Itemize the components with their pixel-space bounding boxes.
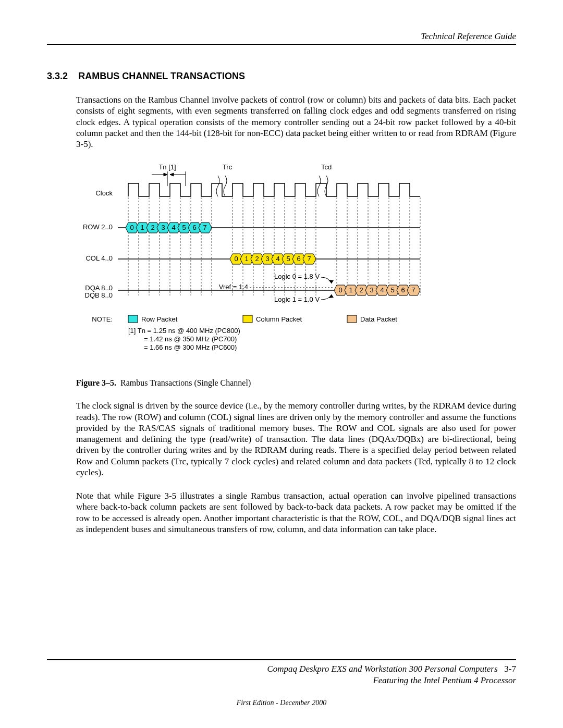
paragraph-3: Note that while Figure 3-5 illustrates a… [76,490,516,535]
svg-text:3: 3 [370,286,373,294]
svg-text:3: 3 [161,224,165,231]
section-number: 3.3.2 [47,71,76,82]
svg-marker-2 [164,173,167,176]
page-number: 3-7 [504,664,516,674]
legend-col-swatch [243,315,252,323]
footer-text: Compaq Deskpro EXS and Workstation 300 P… [47,663,516,686]
footer-line1: Compaq Deskpro EXS and Workstation 300 P… [267,664,497,674]
page-header: Technical Reference Guide [47,31,516,45]
svg-text:4: 4 [380,286,384,294]
svg-text:5: 5 [390,286,394,294]
note-line-2: = 1.42 ns @ 350 MHz (PC700) [144,335,237,343]
label-tn: Tn [1] [158,163,176,171]
svg-text:7: 7 [411,286,415,294]
section-title: RAMBUS CHANNEL TRANSACTIONS [78,71,245,82]
break-curve-icon [224,176,227,196]
svg-text:2: 2 [255,255,259,263]
label-logic1: Logic 1 = 1.0 V [274,295,320,303]
svg-text:0: 0 [234,255,238,263]
dashed-guides-icon [128,198,420,295]
label-clock: Clock [95,189,113,197]
svg-text:6: 6 [297,255,300,263]
header-right: Technical Reference Guide [421,31,516,41]
svg-text:2: 2 [359,286,363,294]
figure-caption: Figure 3–5. Rambus Transactions (Single … [76,378,516,388]
label-col: COL 4..0 [85,254,113,262]
svg-text:2: 2 [151,224,154,231]
svg-text:0: 0 [338,286,342,294]
timing-diagram: Tn [1] Trc Tcd Clock ROW 2..0 0 [76,160,472,368]
svg-text:4: 4 [172,224,175,231]
legend-col-label: Column Packet [256,315,302,323]
clock-waveform-icon [128,183,420,196]
figure-text: Rambus Transactions (Single Channel) [120,378,251,387]
svg-text:5: 5 [286,255,290,263]
label-dqb: DQB 8..0 [85,291,113,299]
label-trc: Trc [223,163,232,171]
footer-line2: Featuring the Intel Pentium 4 Processor [373,675,516,685]
svg-text:1: 1 [140,224,144,231]
paragraph-1: Transactions on the Rambus Channel invol… [76,94,516,150]
svg-text:4: 4 [276,255,279,263]
svg-text:1: 1 [244,255,248,263]
figure-3-5: Tn [1] Trc Tcd Clock ROW 2..0 0 [76,160,516,371]
label-note: NOTE: [92,315,113,323]
legend-data-swatch [347,315,357,323]
svg-text:1: 1 [349,286,352,294]
svg-text:3: 3 [265,255,269,263]
col-packet-hexes: 0 1 2 3 4 5 6 7 [230,254,316,264]
note-line-1: [1] Tn = 1.25 ns @ 400 MHz (PC800) [128,327,240,335]
legend-row-label: Row Packet [141,315,178,323]
legend-row-swatch [128,315,138,323]
svg-text:6: 6 [192,224,196,231]
label-vref: Vref = 1.4 [219,283,248,291]
svg-text:5: 5 [182,224,186,231]
svg-marker-4 [170,173,174,176]
paragraph-2: The clock signal is driven by the source… [76,400,516,478]
break-curve-icon [317,176,321,196]
footer-rule [47,659,516,660]
legend-data-label: Data Packet [360,315,397,323]
break-curve-icon [216,176,219,196]
section-heading: 3.3.2 RAMBUS CHANNEL TRANSACTIONS [47,71,516,82]
label-dqa: DQA 8..0 [85,284,113,292]
svg-text:7: 7 [203,224,206,231]
label-row: ROW 2..0 [83,223,113,231]
note-line-3: = 1.66 ns @ 300 MHz (PC600) [144,343,237,351]
label-tcd: Tcd [321,163,332,171]
label-logic0: Logic 0 = 1.8 V [274,273,320,280]
row-packet-hexes: 0 1 2 3 4 5 6 7 [126,223,212,233]
edition-line: First Edition - December 2000 [0,699,563,707]
svg-text:0: 0 [130,224,133,231]
svg-text:7: 7 [307,255,311,263]
figure-label: Figure 3–5. [76,378,116,387]
data-packet-hexes: 0 1 2 3 4 5 6 7 [334,285,420,295]
svg-text:6: 6 [401,286,405,294]
